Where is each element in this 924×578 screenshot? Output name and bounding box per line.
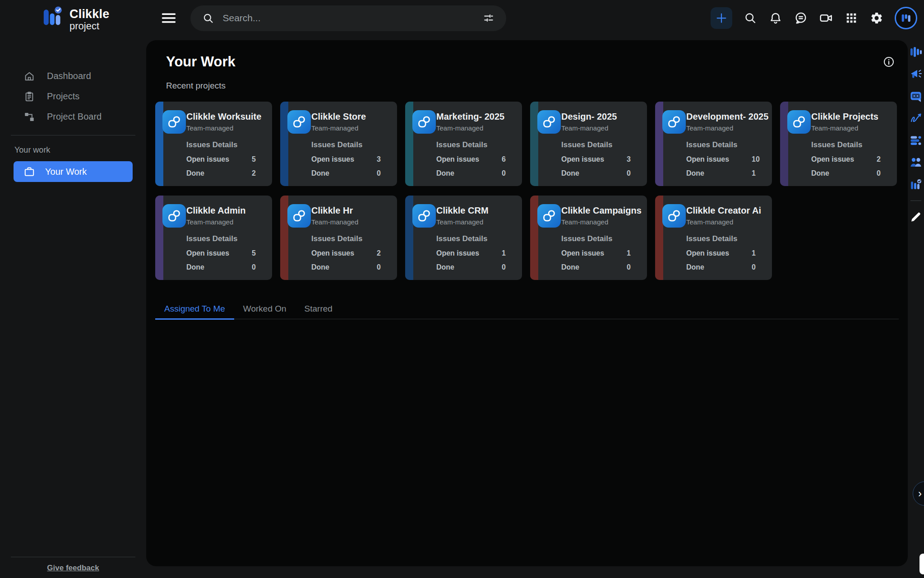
- card-details-label: Issues Details: [186, 140, 268, 149]
- project-card[interactable]: Clikkle Hr Team-managed Issues Details O…: [280, 196, 397, 280]
- sidebar-item-projects[interactable]: Projects: [0, 86, 146, 107]
- card-details-label: Issues Details: [186, 234, 268, 243]
- card-open-value: 2: [877, 155, 881, 163]
- brand-logo[interactable]: Clikkle project: [43, 5, 109, 31]
- sidebar-item-your-work[interactable]: Your Work: [14, 161, 133, 182]
- topbar: Clikkle project: [0, 0, 924, 36]
- info-icon[interactable]: [882, 56, 895, 68]
- scroll-thumb[interactable]: [919, 554, 924, 574]
- sidebar-section-label: Your work: [14, 145, 146, 155]
- card-done-row: Done 0: [311, 263, 393, 271]
- project-card[interactable]: Clikkle Store Team-managed Issues Detail…: [280, 102, 397, 186]
- add-icon[interactable]: [711, 7, 732, 29]
- sidebar-item-project-board[interactable]: Project Board: [0, 107, 146, 127]
- project-link-icon: [662, 110, 686, 134]
- project-card[interactable]: Clikkle Campaigns Team-managed Issues De…: [530, 196, 647, 280]
- project-card[interactable]: Clikkle Worksuite Team-managed Issues De…: [155, 102, 272, 186]
- work-tab[interactable]: Worked On: [234, 299, 296, 320]
- card-color-stripe: [655, 196, 663, 280]
- card-title: Clikkle Projects: [811, 112, 892, 122]
- recent-projects-label: Recent projects: [166, 81, 899, 91]
- project-card[interactable]: Clikkle Creator Ai Team-managed Issues D…: [655, 196, 772, 280]
- card-open-row: Open issues 1: [436, 249, 517, 257]
- project-link-icon: [412, 204, 436, 228]
- project-card[interactable]: Clikkle CRM Team-managed Issues Details …: [405, 196, 522, 280]
- avatar-logo[interactable]: [895, 7, 917, 29]
- megaphone-icon[interactable]: [910, 68, 922, 80]
- card-done-label: Done: [436, 263, 502, 271]
- work-tabs: Assigned To Me Worked On Starred: [155, 299, 899, 319]
- card-managed-label: Team-managed: [311, 218, 393, 226]
- card-open-row: Open issues 3: [561, 155, 642, 163]
- card-title: Clikkle Hr: [311, 205, 393, 216]
- list-icon[interactable]: [910, 134, 922, 147]
- signature-icon[interactable]: [910, 112, 922, 125]
- apps-grid-icon[interactable]: [844, 11, 859, 25]
- search-input[interactable]: [222, 13, 475, 23]
- sidebar-item-dashboard[interactable]: Dashboard: [0, 66, 146, 86]
- sidebar-item-label: Dashboard: [47, 71, 91, 81]
- project-card[interactable]: Development- 2025 Team-managed Issues De…: [655, 102, 772, 186]
- app-bars-icon[interactable]: [910, 46, 922, 58]
- home-icon: [23, 70, 35, 82]
- card-open-value: 1: [752, 249, 756, 257]
- card-open-value: 1: [502, 249, 506, 257]
- card-open-row: Open issues 5: [186, 249, 268, 257]
- card-details-label: Issues Details: [436, 234, 517, 243]
- card-open-value: 1: [627, 249, 631, 257]
- page-layout: Dashboard Projects Project Board: [0, 36, 924, 578]
- card-done-value: 0: [502, 263, 506, 271]
- project-link-icon: [537, 204, 561, 228]
- card-details-label: Issues Details: [436, 140, 517, 149]
- notifications-bell-icon[interactable]: [768, 11, 783, 25]
- chat-icon[interactable]: [794, 11, 808, 25]
- people-icon[interactable]: [910, 156, 922, 169]
- card-managed-label: Team-managed: [186, 218, 268, 226]
- card-open-label: Open issues: [186, 155, 252, 163]
- work-tab[interactable]: Starred: [296, 299, 342, 320]
- card-managed-label: Team-managed: [436, 124, 517, 132]
- project-logo-icon[interactable]: [910, 178, 922, 191]
- card-open-label: Open issues: [561, 249, 627, 257]
- project-card[interactable]: Design- 2025 Team-managed Issues Details…: [530, 102, 647, 186]
- card-done-row: Done 0: [561, 263, 642, 271]
- card-title: Clikkle Admin: [186, 205, 268, 216]
- video-icon[interactable]: [819, 11, 833, 25]
- card-color-stripe: [405, 196, 413, 280]
- project-card[interactable]: Clikkle Admin Team-managed Issues Detail…: [155, 196, 272, 280]
- card-managed-label: Team-managed: [811, 124, 892, 132]
- briefcase-icon: [23, 166, 35, 177]
- card-open-label: Open issues: [436, 155, 502, 163]
- project-link-icon: [287, 110, 311, 134]
- card-details-label: Issues Details: [561, 234, 642, 243]
- settings-gear-icon[interactable]: [869, 11, 884, 25]
- sidebar-footer: Give feedback: [0, 557, 146, 573]
- project-card[interactable]: Marketing- 2025 Team-managed Issues Deta…: [405, 102, 522, 186]
- chatbot-icon[interactable]: [910, 90, 922, 103]
- menu-icon[interactable]: [160, 9, 178, 27]
- card-open-label: Open issues: [686, 249, 752, 257]
- card-open-row: Open issues 2: [311, 249, 393, 257]
- card-managed-label: Team-managed: [311, 124, 393, 132]
- give-feedback-link[interactable]: Give feedback: [0, 564, 146, 573]
- project-link-icon: [787, 110, 811, 134]
- card-done-row: Done 0: [436, 169, 517, 177]
- work-tab[interactable]: Assigned To Me: [155, 299, 234, 320]
- card-done-row: Done 0: [811, 169, 892, 177]
- card-done-label: Done: [186, 263, 252, 271]
- card-color-stripe: [655, 102, 663, 186]
- tune-icon[interactable]: [483, 12, 494, 24]
- card-color-stripe: [280, 102, 288, 186]
- topbar-actions: [711, 7, 917, 29]
- search-icon[interactable]: [743, 11, 758, 25]
- card-done-row: Done 0: [686, 263, 767, 271]
- card-color-stripe: [405, 102, 413, 186]
- pencil-icon[interactable]: [910, 210, 922, 223]
- card-done-value: 1: [752, 169, 756, 177]
- card-open-row: Open issues 10: [686, 155, 767, 163]
- card-open-row: Open issues 1: [561, 249, 642, 257]
- card-done-value: 0: [377, 169, 381, 177]
- project-link-icon: [537, 110, 561, 134]
- sidebar-item-label: Project Board: [47, 112, 102, 122]
- project-card[interactable]: Clikkle Projects Team-managed Issues Det…: [780, 102, 897, 186]
